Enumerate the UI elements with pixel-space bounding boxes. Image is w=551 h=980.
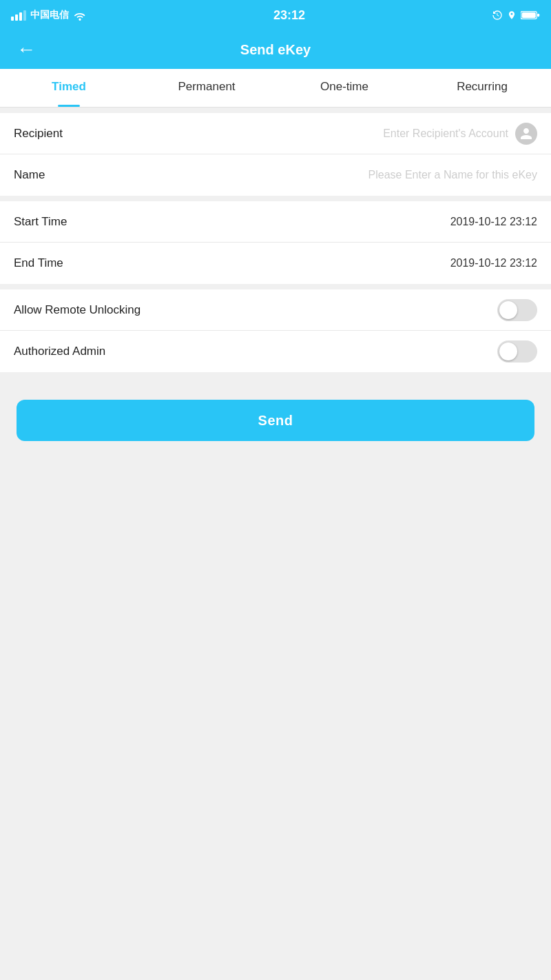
- authorized-admin-toggle[interactable]: [497, 340, 537, 363]
- wifi-icon: [73, 10, 87, 21]
- end-time-label: End Time: [14, 256, 63, 270]
- recipient-row[interactable]: Recipient Enter Recipient's Account: [0, 113, 551, 154]
- tab-timed-underline: [58, 105, 80, 107]
- remote-unlocking-knob: [499, 301, 517, 319]
- svg-rect-2: [537, 14, 539, 17]
- authorized-admin-knob: [499, 343, 517, 360]
- toggles-section: Allow Remote Unlocking Authorized Admin: [0, 289, 551, 372]
- contact-icon[interactable]: [515, 123, 537, 145]
- nav-bar: ← Send eKey: [0, 30, 551, 69]
- person-icon: [519, 127, 533, 141]
- lock-rotate-icon: [492, 10, 503, 21]
- start-time-row[interactable]: Start Time 2019-10-12 23:12: [0, 201, 551, 243]
- recipient-name-section: Recipient Enter Recipient's Account Name…: [0, 113, 551, 196]
- send-section: Send: [0, 378, 551, 463]
- start-time-value: 2019-10-12 23:12: [450, 216, 537, 228]
- back-button[interactable]: ←: [11, 34, 41, 65]
- start-time-label: Start Time: [14, 215, 67, 229]
- carrier-label: 中国电信: [30, 9, 69, 21]
- tab-recurring-label: Recurring: [457, 80, 508, 94]
- page-title: Send eKey: [240, 42, 311, 58]
- recipient-placeholder: Enter Recipient's Account: [383, 127, 508, 140]
- end-time-row[interactable]: End Time 2019-10-12 23:12: [0, 243, 551, 284]
- name-row[interactable]: Name Please Enter a Name for this eKey: [0, 154, 551, 196]
- name-placeholder: Please Enter a Name for this eKey: [368, 169, 537, 181]
- tab-one-time[interactable]: One-time: [276, 69, 413, 107]
- authorized-admin-label: Authorized Admin: [14, 345, 105, 358]
- tab-permanent-label: Permanent: [178, 80, 235, 94]
- background-fill: [0, 463, 551, 739]
- tab-bar: Timed Permanent One-time Recurring: [0, 69, 551, 108]
- recipient-label: Recipient: [14, 127, 63, 141]
- svg-rect-1: [522, 12, 536, 18]
- status-right: [492, 10, 540, 21]
- tab-permanent[interactable]: Permanent: [138, 69, 276, 107]
- location-icon: [507, 10, 517, 21]
- end-time-value: 2019-10-12 23:12: [450, 257, 537, 269]
- status-bar: 中国电信 23:12: [0, 0, 551, 30]
- remote-unlocking-label: Allow Remote Unlocking: [14, 303, 141, 317]
- send-button[interactable]: Send: [17, 400, 534, 441]
- tab-timed[interactable]: Timed: [0, 69, 138, 107]
- status-left: 中国电信: [11, 9, 87, 21]
- name-label: Name: [14, 168, 45, 182]
- remote-unlocking-toggle[interactable]: [497, 299, 537, 321]
- tab-timed-label: Timed: [52, 80, 86, 94]
- tab-one-time-label: One-time: [320, 80, 368, 94]
- signal-icon: [11, 10, 26, 21]
- time-section: Start Time 2019-10-12 23:12 End Time 201…: [0, 201, 551, 284]
- tab-recurring[interactable]: Recurring: [413, 69, 551, 107]
- battery-icon: [521, 10, 540, 21]
- status-time: 23:12: [273, 8, 305, 23]
- authorized-admin-row: Authorized Admin: [0, 331, 551, 372]
- recipient-input-area[interactable]: Enter Recipient's Account: [383, 123, 537, 145]
- remote-unlocking-row: Allow Remote Unlocking: [0, 289, 551, 331]
